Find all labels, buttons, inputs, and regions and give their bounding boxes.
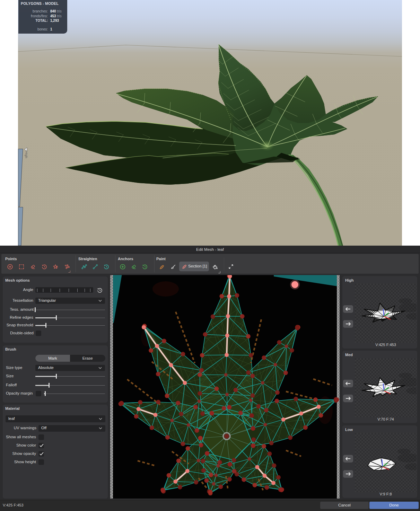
svg-text:High: High (25, 151, 28, 158)
